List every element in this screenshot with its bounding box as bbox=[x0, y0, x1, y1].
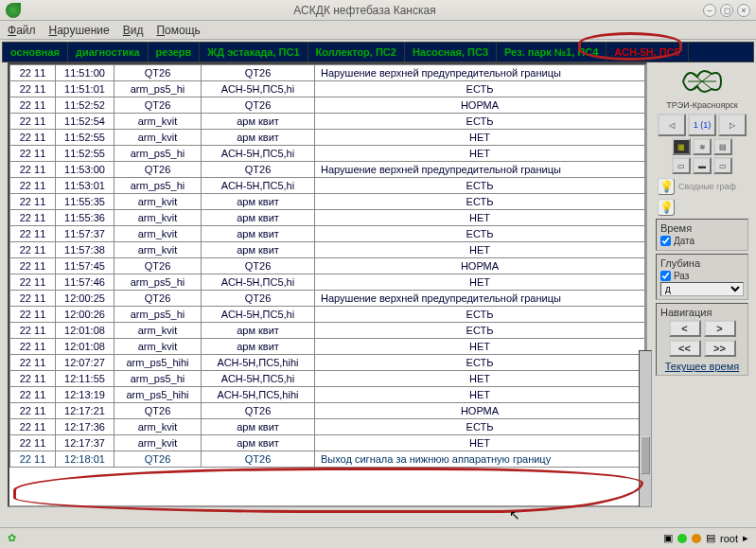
cell: QT26 bbox=[202, 97, 315, 114]
tab-4[interactable]: Коллектор, ПС2 bbox=[308, 43, 405, 62]
cell: ЕСТЬ bbox=[315, 114, 645, 130]
raz-checkbox[interactable]: Раз bbox=[660, 271, 744, 281]
table-row[interactable]: 22 1112:17:36arm_kvitарм квитЕСТЬ bbox=[10, 419, 645, 435]
menu-view[interactable]: Вид bbox=[123, 24, 144, 37]
maximize-button[interactable]: ◻ bbox=[720, 4, 733, 17]
menu-help[interactable]: Помощь bbox=[156, 24, 200, 37]
cell: арм квит bbox=[202, 323, 315, 339]
cell: arm_kvit bbox=[114, 210, 202, 226]
tool-button-6[interactable]: ▭ bbox=[713, 157, 732, 174]
cell: QT26 bbox=[114, 97, 202, 114]
current-time-link[interactable]: Текущее время bbox=[660, 361, 744, 372]
tab-3[interactable]: ЖД эстакада, ПС1 bbox=[200, 43, 308, 62]
tab-2[interactable]: резерв bbox=[149, 43, 201, 62]
tool-button-1[interactable]: ▦ bbox=[672, 138, 691, 155]
cell: ЕСТЬ bbox=[315, 419, 645, 435]
cell: 12:17:37 bbox=[56, 435, 114, 451]
tab-7[interactable]: АСН-5Н, ПС5 bbox=[607, 43, 688, 62]
cell: 22 11 bbox=[10, 242, 56, 258]
nav-next-button[interactable]: > bbox=[704, 320, 736, 337]
cell: arm_ps5_hi bbox=[114, 274, 202, 291]
bulb-icon-2[interactable]: 💡 bbox=[658, 199, 675, 216]
taskbar-expand-icon[interactable]: ▸ bbox=[743, 532, 748, 544]
table-row[interactable]: 22 1112:00:26arm_ps5_hiАСН-5Н,ПС5,hiЕСТЬ bbox=[10, 307, 645, 323]
table-row[interactable]: 22 1111:57:38arm_kvitарм квитНЕТ bbox=[10, 242, 645, 258]
cell: arm_kvit bbox=[114, 242, 202, 258]
table-row[interactable]: 22 1111:52:52QT26QT26НОРМА bbox=[10, 97, 645, 114]
close-button[interactable]: × bbox=[737, 4, 750, 17]
depth-select[interactable]: д bbox=[660, 282, 744, 296]
tray-icon-2[interactable]: ▤ bbox=[706, 532, 715, 544]
window-title: АСКДК нефтебаза Канская bbox=[26, 4, 703, 17]
date-checkbox[interactable]: Дата bbox=[660, 236, 744, 246]
cell: ЕСТЬ bbox=[315, 355, 645, 371]
cell: арм квит bbox=[202, 339, 315, 355]
nav-header: Навигация bbox=[660, 307, 744, 318]
cell: 12:01:08 bbox=[56, 323, 114, 339]
pager-label: 1 (1) bbox=[688, 114, 716, 136]
cell: арм квит bbox=[202, 194, 315, 210]
table-row[interactable]: 22 1111:57:37arm_kvitарм квитЕСТЬ bbox=[10, 226, 645, 242]
tab-5[interactable]: Насосная, ПС3 bbox=[405, 43, 497, 62]
nav-last-button[interactable]: ▷ bbox=[718, 114, 747, 136]
cell: QT26 bbox=[114, 403, 202, 419]
nav-forward-button[interactable]: >> bbox=[704, 340, 736, 357]
table-row[interactable]: 22 1111:53:00QT26QT26Нарушение верхней п… bbox=[10, 162, 645, 178]
table-row[interactable]: 22 1112:17:37arm_kvitарм квитНЕТ bbox=[10, 435, 645, 451]
table-row[interactable]: 22 1112:07:27arm_ps5_hihiАСН-5Н,ПС5,hihi… bbox=[10, 355, 645, 371]
cell: 12:01:08 bbox=[56, 339, 114, 355]
cell: НЕТ bbox=[315, 339, 645, 355]
table-row[interactable]: 22 1112:18:01QT26QT26Выход сигнала за ни… bbox=[10, 451, 645, 468]
table-row[interactable]: 22 1111:57:45QT26QT26НОРМА bbox=[10, 258, 645, 274]
cell: АСН-5Н,ПС5,hi bbox=[202, 274, 315, 291]
cell: 22 11 bbox=[10, 307, 56, 323]
taskbar-leaf-icon[interactable]: ✿ bbox=[8, 532, 16, 544]
time-panel: Время Дата bbox=[656, 219, 748, 251]
cell: 12:17:21 bbox=[56, 403, 114, 419]
table-row[interactable]: 22 1111:55:36arm_kvitарм квитНЕТ bbox=[10, 210, 645, 226]
nav-prev-button[interactable]: < bbox=[669, 320, 701, 337]
cell: 11:51:00 bbox=[56, 65, 114, 81]
nav-rewind-button[interactable]: << bbox=[669, 340, 701, 357]
table-row[interactable]: 22 1112:17:21QT26QT26НОРМА bbox=[10, 403, 645, 419]
tool-button-2[interactable]: ≋ bbox=[693, 138, 712, 155]
menu-violation[interactable]: Нарушение bbox=[49, 24, 110, 37]
table-row[interactable]: 22 1111:51:00QT26QT26Нарушение верхней п… bbox=[10, 65, 645, 81]
table-row[interactable]: 22 1111:55:35arm_kvitарм квитЕСТЬ bbox=[10, 194, 645, 210]
tool-button-4[interactable]: ▭ bbox=[672, 157, 691, 174]
cell: НЕТ bbox=[315, 146, 645, 162]
cell: НЕТ bbox=[315, 371, 645, 387]
table-row[interactable]: 22 1111:53:01arm_ps5_hiАСН-5Н,ПС5,hiЕСТЬ bbox=[10, 178, 645, 194]
table-row[interactable]: 22 1112:13:19arm_ps5_hihiАСН-5Н,ПС5,hihi… bbox=[10, 387, 645, 403]
tool-button-5[interactable]: ▬ bbox=[693, 157, 712, 174]
tray-icon-1[interactable]: ▣ bbox=[663, 532, 673, 544]
cell: 22 11 bbox=[10, 435, 56, 451]
tab-6[interactable]: Рез. парк №1, ПС4 bbox=[497, 43, 607, 62]
cell: 22 11 bbox=[10, 419, 56, 435]
table-row[interactable]: 22 1111:52:55arm_kvitарм квитНЕТ bbox=[10, 130, 645, 146]
table-row[interactable]: 22 1112:00:25QT26QT26Нарушение верхней п… bbox=[10, 291, 645, 307]
tab-1[interactable]: диагностика bbox=[68, 43, 149, 62]
tool-button-3[interactable]: ▤ bbox=[713, 138, 732, 155]
cell: АСН-5Н,ПС5,hihi bbox=[202, 355, 315, 371]
cell: QT26 bbox=[202, 451, 315, 468]
minimize-button[interactable]: – bbox=[703, 4, 716, 17]
status-dot-green bbox=[677, 534, 687, 543]
nav-first-button[interactable]: ◁ bbox=[658, 114, 686, 136]
bulb-icon[interactable]: 💡 bbox=[658, 178, 675, 195]
cell: arm_ps5_hi bbox=[114, 178, 202, 194]
tab-0[interactable]: основная bbox=[3, 43, 68, 62]
table-row[interactable]: 22 1111:51:01arm_ps5_hiАСН-5Н,ПС5,hiЕСТЬ bbox=[10, 81, 645, 97]
sidebar-scrollbar[interactable] bbox=[639, 350, 652, 507]
time-header: Время bbox=[660, 222, 744, 234]
cell: QT26 bbox=[202, 162, 315, 178]
table-row[interactable]: 22 1111:52:55arm_ps5_hiАСН-5Н,ПС5,hiНЕТ bbox=[10, 146, 645, 162]
table-row[interactable]: 22 1111:57:46arm_ps5_hiАСН-5Н,ПС5,hiНЕТ bbox=[10, 274, 645, 291]
table-row[interactable]: 22 1112:11:55arm_ps5_hiАСН-5Н,ПС5,hiНЕТ bbox=[10, 371, 645, 387]
cell: ЕСТЬ bbox=[315, 178, 645, 194]
menu-file[interactable]: Файл bbox=[8, 24, 36, 37]
cell: 12:00:25 bbox=[56, 291, 114, 307]
table-row[interactable]: 22 1112:01:08arm_kvitарм квитЕСТЬ bbox=[10, 323, 645, 339]
table-row[interactable]: 22 1111:52:54arm_kvitарм квитЕСТЬ bbox=[10, 114, 645, 130]
table-row[interactable]: 22 1112:01:08arm_kvitарм квитНЕТ bbox=[10, 339, 645, 355]
